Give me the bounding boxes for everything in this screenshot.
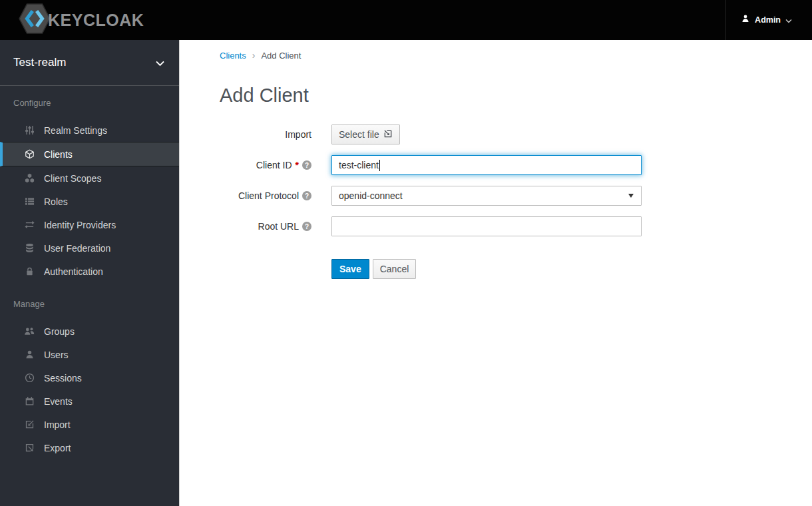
sidebar-item-sessions[interactable]: Sessions <box>0 366 179 389</box>
sidebar: Test-realm Configure Realm Settings Clie… <box>0 40 180 506</box>
top-header: KEYCLOAK Admin <box>0 0 812 40</box>
text-cursor <box>379 160 380 171</box>
keycloak-hexagon-icon <box>17 3 52 37</box>
realm-selector[interactable]: Test-realm <box>0 40 179 86</box>
user-icon <box>741 14 750 26</box>
help-icon[interactable]: ? <box>302 160 311 170</box>
root-url-label: Root URL ? <box>220 221 331 232</box>
client-id-input[interactable] <box>331 155 642 175</box>
help-icon[interactable]: ? <box>302 191 311 200</box>
breadcrumb-current: Add Client <box>261 51 301 61</box>
sidebar-item-groups[interactable]: Groups <box>0 320 179 343</box>
sidebar-item-realm-settings[interactable]: Realm Settings <box>0 119 179 142</box>
import-label: Import <box>220 129 331 140</box>
list-icon <box>24 196 35 206</box>
add-client-form: Import Select file Client ID * ? <box>220 125 812 279</box>
keycloak-logo[interactable]: KEYCLOAK <box>17 3 144 37</box>
client-protocol-select[interactable]: openid-connect <box>331 186 642 206</box>
help-icon[interactable]: ? <box>302 222 311 231</box>
import-icon <box>24 419 35 429</box>
sliders-icon <box>24 125 35 135</box>
root-url-row: Root URL ? <box>220 216 812 236</box>
sidebar-item-client-scopes[interactable]: Client Scopes <box>0 166 179 190</box>
actions-row: Save Cancel <box>220 247 812 279</box>
select-file-button[interactable]: Select file <box>331 125 400 144</box>
client-id-row: Client ID * ? <box>220 155 812 175</box>
root-url-input[interactable] <box>331 216 642 236</box>
cubes-icon <box>24 173 35 183</box>
sidebar-item-events[interactable]: Events <box>0 389 179 413</box>
chevron-down-icon <box>156 61 164 67</box>
client-protocol-row: Client Protocol ? openid-connect <box>220 186 812 206</box>
user-icon <box>24 350 35 360</box>
section-title-manage: Manage <box>0 296 179 313</box>
user-name: Admin <box>755 15 781 25</box>
import-row: Import Select file <box>220 125 812 144</box>
lock-icon <box>24 266 35 276</box>
required-marker: * <box>296 160 299 170</box>
realm-name: Test-realm <box>13 56 66 69</box>
sidebar-item-identity-providers[interactable]: Identity Providers <box>0 213 179 236</box>
page-title: Add Client <box>220 85 812 107</box>
sidebar-item-roles[interactable]: Roles <box>0 190 179 213</box>
manage-nav: Groups Users Sessions Events Import <box>0 320 179 459</box>
calendar-icon <box>24 396 35 406</box>
cube-icon <box>24 149 35 159</box>
sidebar-item-users[interactable]: Users <box>0 343 179 366</box>
client-protocol-label: Client Protocol ? <box>220 190 331 201</box>
chevron-down-icon <box>785 14 792 26</box>
configure-nav: Realm Settings Clients Client Scopes Rol… <box>0 119 179 283</box>
breadcrumb-separator: › <box>252 50 256 61</box>
client-id-label: Client ID * ? <box>220 160 331 170</box>
users-icon <box>24 326 35 336</box>
main-content: Clients › Add Client Add Client Import S… <box>180 40 812 506</box>
section-title-configure: Configure <box>0 95 179 112</box>
database-icon <box>24 243 35 253</box>
brand-text: KEYCLOAK <box>48 11 144 30</box>
breadcrumb-link-clients[interactable]: Clients <box>220 51 246 61</box>
file-import-icon <box>383 129 393 140</box>
save-button[interactable]: Save <box>331 259 369 279</box>
sidebar-item-authentication[interactable]: Authentication <box>0 260 179 283</box>
sidebar-item-import[interactable]: Import <box>0 413 179 436</box>
sidebar-item-export[interactable]: Export <box>0 436 179 459</box>
user-menu[interactable]: Admin <box>725 0 812 40</box>
breadcrumb: Clients › Add Client <box>220 50 812 61</box>
exchange-icon <box>24 220 35 230</box>
cancel-button[interactable]: Cancel <box>373 259 417 279</box>
export-icon <box>24 443 35 453</box>
clock-icon <box>24 373 35 383</box>
sidebar-item-user-federation[interactable]: User Federation <box>0 236 179 260</box>
sidebar-item-clients[interactable]: Clients <box>0 142 179 166</box>
